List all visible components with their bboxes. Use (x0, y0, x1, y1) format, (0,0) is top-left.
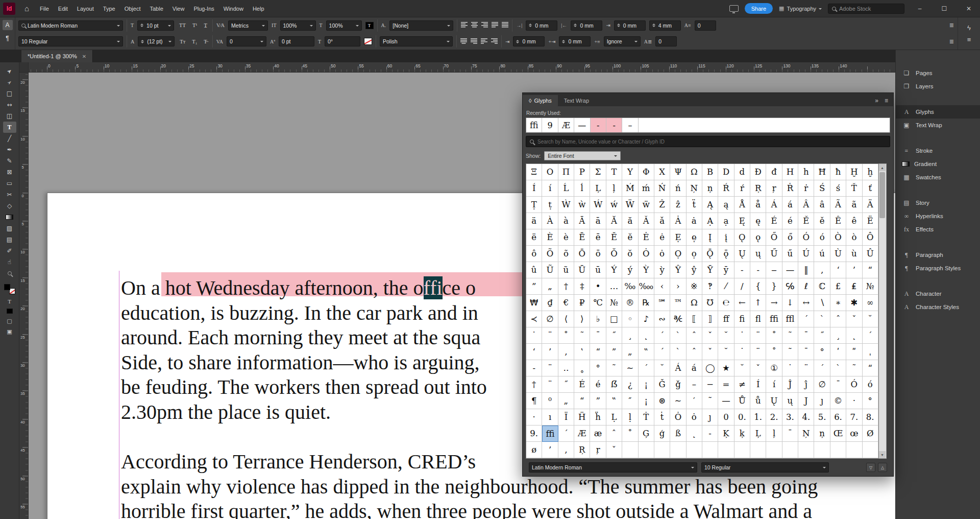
dock-item-stroke[interactable]: ≡Stroke (896, 144, 980, 157)
glyph-cell[interactable]: ų (750, 246, 766, 262)
glyph-cell[interactable]: ” (606, 344, 622, 360)
glyph-cell[interactable]: ˙ (526, 327, 542, 344)
glyph-cell[interactable]: É (574, 376, 590, 393)
glyph-cell[interactable]: ń (670, 180, 686, 197)
glyph-cell[interactable]: ℓ (798, 278, 814, 295)
glyph-cell[interactable]: Ů (734, 393, 750, 409)
glyph-cell[interactable]: Ù (830, 246, 846, 262)
glyph-cell[interactable]: „ (558, 393, 574, 409)
scroll-up-icon[interactable]: ▲ (879, 164, 886, 171)
glyph-cell[interactable]: Á (766, 197, 782, 213)
glyph-cell[interactable]: ‚ (558, 344, 574, 360)
space-before-field[interactable]: 0 mm (614, 20, 646, 31)
glyph-cell[interactable]: ē (590, 229, 606, 246)
panel-menu-icon[interactable]: ≣ (949, 38, 954, 45)
glyph-cell[interactable]: ė (654, 229, 670, 246)
glyph-cell[interactable]: ¨ (798, 360, 814, 376)
glyph-cell[interactable]: ℂ (814, 278, 830, 295)
glyph-cell[interactable]: ˚ (622, 426, 638, 442)
vertical-scale-field[interactable]: 100% (280, 20, 316, 31)
glyph-cell[interactable]: ḿ (639, 180, 654, 197)
rectangle-frame-tool[interactable]: ⊠ (3, 167, 16, 178)
glyph-cell[interactable]: È (542, 229, 558, 246)
glyph-cell[interactable]: ` (670, 327, 686, 344)
glyph-cell[interactable]: ℧ (702, 295, 718, 311)
glyph-cell[interactable]: Ȳ (702, 262, 718, 278)
glyph-cell[interactable]: ¿ (622, 376, 638, 393)
glyph-cell[interactable]: ǧ (670, 376, 686, 393)
baseline-shift-field[interactable]: 0 pt (279, 36, 314, 46)
glyph-cell[interactable] (863, 442, 878, 458)
glyph-cell[interactable] (846, 442, 862, 458)
glyph-cell[interactable]: ≺ (526, 311, 542, 327)
space-after-field[interactable]: 4 mm (649, 20, 681, 31)
panel-flyout-menu-icon[interactable]: ≡ (885, 97, 888, 104)
glyph-cell[interactable]: ā (590, 213, 606, 229)
glyph-cell[interactable]: † (526, 376, 542, 393)
ruler-origin-corner[interactable] (19, 62, 29, 73)
glyph-cell[interactable]: Ń (654, 180, 670, 197)
subscript-button[interactable]: T₁ (190, 38, 199, 45)
glyph-cell[interactable]: Ħ (814, 164, 830, 180)
recent-glyph-cell[interactable]: Æ (558, 118, 574, 132)
scroll-down-icon[interactable]: ▼ (879, 451, 886, 458)
glyph-cell[interactable]: X (654, 164, 670, 180)
justify-all-button[interactable] (502, 22, 508, 29)
glyph-cell[interactable]: Á (670, 360, 686, 376)
glyph-cell[interactable]: ģ (654, 426, 670, 442)
glyph-cell[interactable]: ‰ (622, 278, 638, 295)
glyph-cell[interactable] (750, 442, 766, 458)
glyph-cell[interactable]: ẃ (606, 197, 622, 213)
glyph-cell[interactable]: Į (702, 229, 718, 246)
glyph-cell[interactable]: „ (622, 344, 638, 360)
glyph-cell[interactable]: Υ (622, 164, 638, 180)
glyph-cell[interactable]: — (718, 393, 734, 409)
glyph-cell[interactable]: ȷ (814, 393, 830, 409)
glyph-cell[interactable]: ˜ (846, 360, 862, 376)
glyph-cell[interactable]: ¨ (542, 327, 558, 344)
glyph-cell[interactable]: 0. (734, 409, 750, 426)
glyph-cell[interactable] (670, 442, 686, 458)
glyph-cell[interactable]: ų (782, 393, 798, 409)
glyph-cell[interactable]: { (750, 278, 766, 295)
glyph-cell[interactable]: à (558, 213, 574, 229)
glyph-cell[interactable]: Ķ (718, 426, 734, 442)
glyph-cell[interactable]: ˙ (734, 327, 750, 344)
glyph-cell[interactable]: đ (766, 164, 782, 180)
glyph-cell[interactable]: Ȯ (670, 409, 686, 426)
glyph-cell[interactable]: Ś (814, 180, 830, 197)
character-mode-button[interactable]: A (3, 20, 13, 30)
pen-tool[interactable]: ✒ (3, 144, 16, 155)
glyph-cell[interactable]: ‚ (814, 262, 830, 278)
glyph-cell[interactable]: û (526, 262, 542, 278)
indent-left-field[interactable]: 0 mm (526, 20, 557, 31)
glyph-cell[interactable]: ∗ (830, 295, 846, 311)
glyph-cell[interactable]: № (606, 295, 622, 311)
glyph-cell[interactable]: Ú (798, 246, 814, 262)
glyph-cell[interactable]: ŗ (590, 442, 606, 458)
all-caps-button[interactable]: TT (178, 21, 187, 29)
strikethrough-button[interactable]: T̶ (202, 38, 208, 45)
glyph-cell[interactable]: ḷ (622, 409, 638, 426)
fill-swatch-icon[interactable] (4, 284, 10, 290)
glyph-cell[interactable]: 8. (863, 409, 878, 426)
glyph-cell[interactable]: ˘ (718, 344, 734, 360)
glyph-cell[interactable]: ´ (558, 426, 574, 442)
glyph-cell[interactable]: ẅ (639, 197, 654, 213)
glyph-cell[interactable]: ‒ (766, 262, 782, 278)
glyph-cell[interactable]: é (782, 213, 798, 229)
glyph-cell[interactable]: ⟧ (702, 311, 718, 327)
glyph-cell[interactable]: ę (750, 213, 766, 229)
glyph-cell[interactable]: Ť (846, 180, 862, 197)
glyph-cell[interactable]: ẞ (606, 376, 622, 393)
glyph-cell[interactable]: O (542, 164, 558, 180)
glyph-cell[interactable] (654, 442, 670, 458)
glyph-cell[interactable]: ˜ (702, 393, 718, 409)
glyph-cell[interactable]: é (590, 376, 606, 393)
glyph-cell[interactable]: Ψ (670, 164, 686, 180)
glyph-cell[interactable]: ♭ (590, 311, 606, 327)
dock-item-story[interactable]: ▤Story (896, 196, 980, 209)
glyph-cell[interactable]: Ẑ (654, 197, 670, 213)
glyph-cell[interactable]: ǭ (718, 246, 734, 262)
glyph-cell[interactable] (814, 442, 830, 458)
